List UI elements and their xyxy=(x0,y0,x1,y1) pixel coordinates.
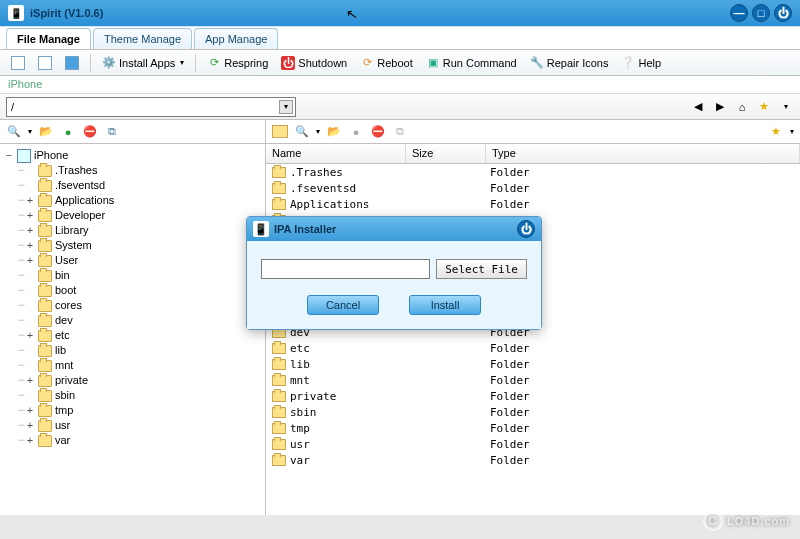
home-button[interactable]: ⌂ xyxy=(734,99,750,115)
copy-icon[interactable]: ⧉ xyxy=(104,124,120,140)
tree-item[interactable]: ┈ .Trashes xyxy=(4,163,261,178)
select-file-button[interactable]: Select File xyxy=(436,259,527,279)
refresh-icon: ⟳ xyxy=(207,56,221,70)
reboot-button[interactable]: ⟳Reboot xyxy=(355,54,417,72)
tree-item[interactable]: ┈ sbin xyxy=(4,388,261,403)
file-row[interactable]: libFolder xyxy=(266,356,800,372)
path-value: / xyxy=(11,101,14,113)
favorite-icon[interactable]: ★ xyxy=(768,124,784,140)
device-label: iPhone xyxy=(0,76,800,94)
shutdown-label: Shutdown xyxy=(298,57,347,69)
refresh-icon[interactable]: ● xyxy=(60,124,76,140)
folder-tree[interactable]: −iPhone┈ .Trashes┈ .fseventsd┈+Applicati… xyxy=(0,144,265,515)
file-row[interactable]: etcFolder xyxy=(266,340,800,356)
respring-button[interactable]: ⟳Respring xyxy=(202,54,273,72)
file-row[interactable]: .TrashesFolder xyxy=(266,164,800,180)
view-icons-button[interactable] xyxy=(33,54,57,72)
file-row[interactable]: varFolder xyxy=(266,452,800,468)
copy-icon[interactable]: ⧉ xyxy=(392,124,408,140)
dropdown-button[interactable]: ▾ xyxy=(778,99,794,115)
cursor-icon: ↖ xyxy=(345,5,360,23)
file-row[interactable]: tmpFolder xyxy=(266,420,800,436)
tree-item[interactable]: ┈ mnt xyxy=(4,358,261,373)
ipa-path-input[interactable] xyxy=(261,259,430,279)
close-button[interactable]: ⏻ xyxy=(774,4,792,22)
open-folder-icon[interactable]: 📂 xyxy=(326,124,342,140)
maximize-button[interactable]: □ xyxy=(752,4,770,22)
help-label: Help xyxy=(638,57,661,69)
file-row[interactable]: mntFolder xyxy=(266,372,800,388)
tree-item[interactable]: ┈+Applications xyxy=(4,193,261,208)
tab-app-manage[interactable]: App Manage xyxy=(194,28,278,49)
view-detail-button[interactable] xyxy=(60,54,84,72)
forward-button[interactable]: ▶ xyxy=(712,99,728,115)
tree-item[interactable]: ┈+var xyxy=(4,433,261,448)
main-toolbar: ⚙️Install Apps▾ ⟳Respring ⏻Shutdown ⟳Reb… xyxy=(0,50,800,76)
tree-item[interactable]: ┈+tmp xyxy=(4,403,261,418)
app-icon: 📱 xyxy=(8,5,24,21)
chevron-down-icon[interactable]: ▾ xyxy=(279,100,293,114)
tree-item[interactable]: ┈+Developer xyxy=(4,208,261,223)
file-row[interactable]: .fseventsdFolder xyxy=(266,180,800,196)
stop-icon[interactable]: ⛔ xyxy=(370,124,386,140)
install-button[interactable]: Install xyxy=(409,295,481,315)
col-name[interactable]: Name xyxy=(266,144,406,163)
col-type[interactable]: Type xyxy=(486,144,800,163)
open-folder-icon[interactable]: 📂 xyxy=(38,124,54,140)
tree-item[interactable]: ┈+etc xyxy=(4,328,261,343)
view-detail-icon xyxy=(65,56,79,70)
tree-item[interactable]: ┈ lib xyxy=(4,343,261,358)
view-icons-icon xyxy=(38,56,52,70)
search-icon[interactable]: 🔍 xyxy=(294,124,310,140)
tree-item[interactable]: ┈ .fseventsd xyxy=(4,178,261,193)
tree-item[interactable]: ┈+Library xyxy=(4,223,261,238)
file-row[interactable]: usrFolder xyxy=(266,436,800,452)
run-command-button[interactable]: ▣Run Command xyxy=(421,54,522,72)
dropdown-icon[interactable]: ▾ xyxy=(790,127,794,136)
reboot-label: Reboot xyxy=(377,57,412,69)
help-icon: ❔ xyxy=(621,56,635,70)
tree-item[interactable]: ┈ boot xyxy=(4,283,261,298)
wrench-icon: 🔧 xyxy=(530,56,544,70)
run-command-label: Run Command xyxy=(443,57,517,69)
column-headers: Name Size Type xyxy=(266,144,800,164)
tree-item[interactable]: ┈ cores xyxy=(4,298,261,313)
refresh-icon[interactable]: ● xyxy=(348,124,364,140)
dialog-close-button[interactable]: ⏻ xyxy=(517,220,535,238)
cancel-button[interactable]: Cancel xyxy=(307,295,379,315)
path-combobox[interactable]: / ▾ xyxy=(6,97,296,117)
tree-item[interactable]: ┈+usr xyxy=(4,418,261,433)
repair-icons-button[interactable]: 🔧Repair Icons xyxy=(525,54,614,72)
terminal-icon: ▣ xyxy=(426,56,440,70)
favorites-button[interactable]: ★ xyxy=(756,99,772,115)
watermark-text: LO4D.com xyxy=(727,515,790,527)
tree-item[interactable]: ┈+System xyxy=(4,238,261,253)
tab-theme-manage[interactable]: Theme Manage xyxy=(93,28,192,49)
help-button[interactable]: ❔Help xyxy=(616,54,666,72)
tree-item[interactable]: ┈+private xyxy=(4,373,261,388)
minimize-button[interactable]: — xyxy=(730,4,748,22)
tree-item[interactable]: ┈ dev xyxy=(4,313,261,328)
stop-icon[interactable]: ⛔ xyxy=(82,124,98,140)
window-title: iSpirit (V1.0.6) xyxy=(30,7,730,19)
col-size[interactable]: Size xyxy=(406,144,486,163)
back-button[interactable]: ◀ xyxy=(690,99,706,115)
tree-item[interactable]: ┈ bin xyxy=(4,268,261,283)
tree-root[interactable]: −iPhone xyxy=(4,148,261,163)
file-row[interactable]: privateFolder xyxy=(266,388,800,404)
install-apps-button[interactable]: ⚙️Install Apps▾ xyxy=(97,54,189,72)
install-apps-label: Install Apps xyxy=(119,57,175,69)
search-icon[interactable]: 🔍 xyxy=(6,124,22,140)
dropdown-icon[interactable]: ▾ xyxy=(316,127,320,136)
dropdown-icon[interactable]: ▾ xyxy=(28,127,32,136)
gear-icon: ⚙️ xyxy=(102,56,116,70)
file-toolbar: 🔍▾ 📂 ● ⛔ ⧉ ★▾ xyxy=(266,120,800,144)
view-list-button[interactable] xyxy=(6,54,30,72)
tab-file-manage[interactable]: File Manage xyxy=(6,28,91,49)
tab-bar: File Manage Theme Manage App Manage xyxy=(0,26,800,50)
shutdown-button[interactable]: ⏻Shutdown xyxy=(276,54,352,72)
file-row[interactable]: sbinFolder xyxy=(266,404,800,420)
file-row[interactable]: ApplicationsFolder xyxy=(266,196,800,212)
folder-icon[interactable] xyxy=(272,125,288,138)
tree-item[interactable]: ┈+User xyxy=(4,253,261,268)
